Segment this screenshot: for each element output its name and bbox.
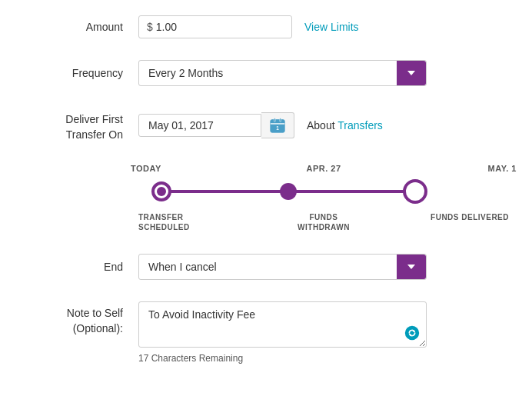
svg-rect-3 [280,118,281,121]
date-wrap: 1 About Transfers [138,112,383,138]
timeline-label-today: TODAY [131,164,208,173]
deliver-first-row: Deliver First Transfer On 1 About Transf… [23,108,509,142]
timeline-bottom-labels: TRANSFERSCHEDULED FUNDSWITHDRAWN FUNDS D… [138,212,509,232]
note-textarea[interactable] [138,301,427,348]
end-row: End When I cancel On a specific date Aft… [23,254,509,280]
timeline-svg [138,176,438,207]
note-textarea-wrapper [138,301,427,350]
svg-point-7 [157,187,166,196]
amount-row: Amount $ View Limits [23,15,509,38]
svg-point-8 [280,183,297,200]
currency-symbol: $ [147,21,153,33]
timeline-top-labels: TODAY APR. 27 MAY. 1 [138,164,509,173]
transfers-link[interactable]: Transfers [337,119,383,131]
timeline-label-apr27: APR. 27 [285,164,362,173]
about-transfers-text: About Transfers [307,119,383,131]
timeline-bottom-funds-withdrawn: FUNDSWITHDRAWN [281,212,366,232]
timeline-bottom-transfer-scheduled: TRANSFERSCHEDULED [138,212,223,232]
timeline-track [138,176,509,209]
date-input[interactable] [138,114,261,137]
deliver-first-label: Deliver First Transfer On [23,108,138,142]
calendar-button[interactable]: 1 [261,112,294,138]
timeline-bottom-funds-delivered: FUNDS DELIVERED [424,212,509,232]
amount-label: Amount [23,21,138,33]
amount-wrapper: $ View Limits [138,15,359,38]
chars-remaining: 17 Characters Remaining [138,353,427,364]
timeline-label-may1: MAY. 1 [440,164,517,173]
amount-input[interactable] [156,21,284,33]
amount-input-wrap: $ [138,15,292,38]
end-label: End [23,261,138,273]
frequency-label: Frequency [23,67,138,79]
frequency-row: Frequency Once Weekly Every 2 Weeks Mont… [23,60,509,86]
frequency-select[interactable]: Once Weekly Every 2 Weeks Monthly Every … [139,61,426,85]
refresh-button[interactable] [404,324,421,344]
end-select[interactable]: When I cancel On a specific date After a… [139,255,426,279]
svg-rect-1 [271,123,284,124]
calendar-icon: 1 [269,117,286,134]
svg-point-11 [405,326,419,340]
refresh-icon [404,324,421,341]
timeline-container: TODAY APR. 27 MAY. 1 TRANSFERSCHEDULED F… [138,164,509,232]
note-wrapper-div: 17 Characters Remaining [138,301,427,364]
svg-point-10 [410,186,421,197]
svg-rect-2 [274,118,275,121]
frequency-select-wrap: Once Weekly Every 2 Weeks Monthly Every … [138,60,427,86]
note-label: Note to Self(Optional): [23,301,138,336]
view-limits-link[interactable]: View Limits [304,21,359,33]
svg-text:1: 1 [276,125,279,131]
end-select-wrap: When I cancel On a specific date After a… [138,254,427,280]
note-row: Note to Self(Optional): 17 Characters Re… [23,301,509,364]
